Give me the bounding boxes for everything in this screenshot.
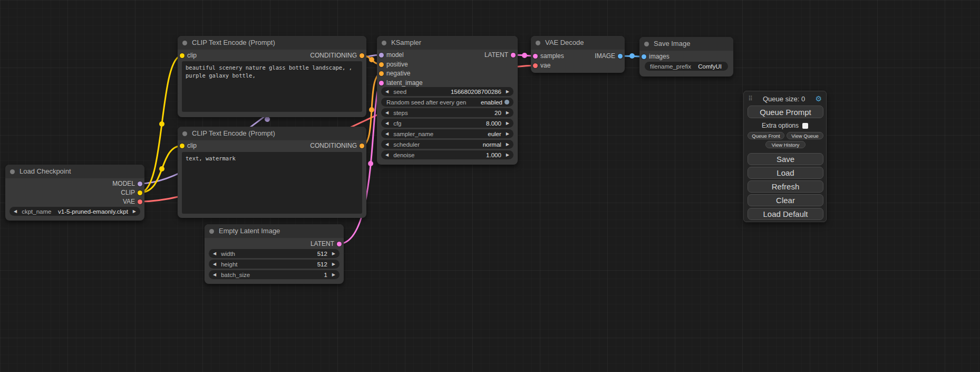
port-label: IMAGE (595, 52, 615, 60)
node-load-checkpoint[interactable]: Load Checkpoint MODEL CLIP VAE ◀ ckpt_na… (5, 165, 144, 221)
random-seed-toggle-widget[interactable]: Random seed after every gen enabled (381, 98, 513, 107)
ckpt-name-widget[interactable]: ◀ ckpt_name v1-5-pruned-emaonly.ckpt ▶ (9, 207, 140, 216)
node-ksampler[interactable]: KSampler model positive negative latent_… (377, 36, 518, 165)
input-vae: vae (531, 61, 550, 70)
queue-front-button[interactable]: Queue Front (748, 132, 784, 139)
image-port-dot[interactable] (642, 54, 646, 59)
model-port-dot[interactable] (379, 53, 384, 58)
collapse-dot-icon[interactable] (209, 229, 214, 234)
collapse-dot-icon[interactable] (182, 131, 187, 136)
node-title: CLIP Text Encode (Prompt) (192, 39, 275, 46)
clip-port-dot[interactable] (138, 190, 142, 195)
vae-port-dot[interactable] (138, 199, 142, 204)
width-widget[interactable]: ◀ width 512 ▶ (209, 249, 339, 258)
latent-port-dot[interactable] (533, 54, 538, 59)
collapse-dot-icon[interactable] (644, 42, 649, 46)
decrement-arrow-icon[interactable]: ◀ (213, 262, 216, 266)
latent-port-dot[interactable] (337, 242, 342, 246)
node-title-bar[interactable]: VAE Decode (531, 36, 625, 50)
latent-port-dot[interactable] (379, 81, 384, 85)
decrement-arrow-icon[interactable]: ◀ (385, 110, 389, 115)
filename-prefix-widget[interactable]: filename_prefix ComfyUI (645, 62, 728, 71)
collapse-dot-icon[interactable] (10, 169, 15, 174)
view-history-button[interactable]: View History (765, 141, 806, 148)
increment-arrow-icon[interactable]: ▶ (133, 209, 136, 214)
node-clip-text-encode-positive[interactable]: CLIP Text Encode (Prompt) clip CONDITION… (178, 36, 366, 117)
increment-arrow-icon[interactable]: ▶ (332, 262, 335, 266)
clip-port-dot[interactable] (180, 53, 185, 58)
clip-port-dot[interactable] (180, 144, 185, 148)
conditioning-port-dot[interactable] (379, 62, 384, 67)
clear-button[interactable]: Clear (748, 194, 823, 206)
collapse-dot-icon[interactable] (536, 41, 540, 45)
seed-widget[interactable]: ◀ seed 156680208700286 ▶ (381, 87, 513, 96)
decrement-arrow-icon[interactable]: ◀ (213, 251, 216, 256)
load-default-button[interactable]: Load Default (748, 208, 823, 220)
steps-widget[interactable]: ◀ steps 20 ▶ (381, 108, 513, 117)
cfg-widget[interactable]: ◀ cfg 8.000 ▶ (381, 119, 513, 128)
collapse-dot-icon[interactable] (182, 41, 187, 45)
widget-name: width (221, 251, 235, 257)
decrement-arrow-icon[interactable]: ◀ (213, 272, 216, 277)
collapse-dot-icon[interactable] (382, 41, 386, 45)
positive-prompt-textarea[interactable]: beautiful scenery nature glass bottle la… (182, 61, 362, 112)
conditioning-port-dot[interactable] (379, 71, 384, 76)
input-clip: clip (178, 51, 197, 60)
link-midpoint-dot (265, 117, 270, 122)
node-title-bar[interactable]: CLIP Text Encode (Prompt) (178, 36, 366, 50)
port-label: CONDITIONING (310, 52, 357, 59)
increment-arrow-icon[interactable]: ▶ (506, 89, 509, 94)
decrement-arrow-icon[interactable]: ◀ (385, 89, 389, 94)
node-graph-canvas[interactable]: Load Checkpoint MODEL CLIP VAE ◀ ckpt_na… (0, 0, 980, 372)
latent-port-dot[interactable] (511, 53, 516, 58)
conditioning-port-dot[interactable] (360, 53, 364, 58)
node-title-bar[interactable]: Load Checkpoint (5, 165, 144, 178)
node-title-bar[interactable]: KSampler (377, 36, 518, 50)
scheduler-widget[interactable]: ◀ scheduler normal ▶ (381, 140, 513, 149)
decrement-arrow-icon[interactable]: ◀ (385, 131, 389, 136)
conditioning-port-dot[interactable] (360, 144, 364, 148)
increment-arrow-icon[interactable]: ▶ (506, 142, 509, 147)
extra-options-checkbox[interactable] (802, 123, 808, 129)
increment-arrow-icon[interactable]: ▶ (506, 121, 509, 126)
node-save-image[interactable]: Save Image images filename_prefix ComfyU… (639, 37, 733, 77)
widget-name: filename_prefix (650, 63, 691, 70)
node-title-bar[interactable]: Empty Latent Image (205, 224, 344, 238)
decrement-arrow-icon[interactable]: ◀ (385, 142, 389, 147)
increment-arrow-icon[interactable]: ▶ (332, 272, 335, 277)
drag-handle-icon[interactable]: ⠿ (748, 95, 753, 102)
batch-size-widget[interactable]: ◀ batch_size 1 ▶ (209, 270, 339, 279)
save-button[interactable]: Save (748, 153, 823, 165)
queue-prompt-button[interactable]: Queue Prompt (748, 106, 823, 118)
output-conditioning: CONDITIONING (310, 51, 366, 60)
queue-size-label: Queue size: 0 (763, 95, 805, 103)
node-empty-latent-image[interactable]: Empty Latent Image LATENT ◀ width 512 ▶ … (205, 224, 344, 284)
node-title-bar[interactable]: CLIP Text Encode (Prompt) (178, 127, 366, 140)
load-button[interactable]: Load (748, 167, 823, 179)
view-queue-button[interactable]: View Queue (787, 132, 823, 139)
increment-arrow-icon[interactable]: ▶ (332, 251, 335, 256)
gear-icon[interactable]: ⚙ (815, 94, 822, 103)
denoise-widget[interactable]: ◀ denoise 1.000 ▶ (381, 150, 513, 159)
toggle-indicator-icon[interactable] (504, 100, 509, 104)
widget-value: normal (483, 141, 501, 148)
decrement-arrow-icon[interactable]: ◀ (14, 209, 17, 214)
model-port-dot[interactable] (138, 182, 142, 186)
negative-prompt-textarea[interactable]: text, watermark (182, 152, 362, 214)
sampler-name-widget[interactable]: ◀ sampler_name euler ▶ (381, 129, 513, 138)
increment-arrow-icon[interactable]: ▶ (506, 110, 509, 115)
increment-arrow-icon[interactable]: ▶ (506, 152, 509, 157)
decrement-arrow-icon[interactable]: ◀ (385, 152, 389, 157)
height-widget[interactable]: ◀ height 512 ▶ (209, 260, 339, 269)
decrement-arrow-icon[interactable]: ◀ (385, 121, 389, 126)
node-vae-decode[interactable]: VAE Decode samples vae IMAGE (531, 36, 625, 73)
refresh-button[interactable]: Refresh (748, 180, 823, 193)
image-port-dot[interactable] (618, 54, 623, 59)
widget-name: denoise (393, 152, 414, 158)
node-title-bar[interactable]: Save Image (639, 37, 733, 51)
input-images: images (639, 52, 669, 61)
vae-port-dot[interactable] (533, 63, 538, 68)
node-clip-text-encode-negative[interactable]: CLIP Text Encode (Prompt) clip CONDITION… (178, 127, 366, 218)
widget-name: cfg (393, 120, 401, 127)
increment-arrow-icon[interactable]: ▶ (506, 131, 509, 136)
